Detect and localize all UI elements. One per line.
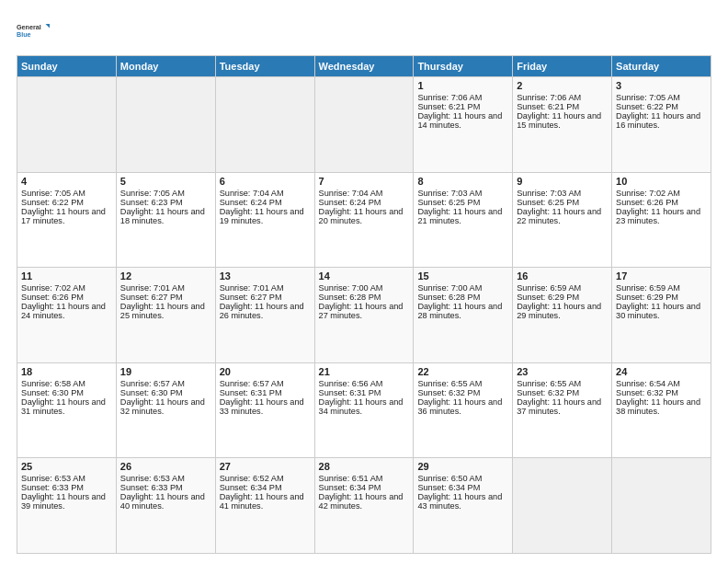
calendar-cell: 16Sunrise: 6:59 AMSunset: 6:29 PMDayligh…: [513, 268, 612, 363]
day-info: Sunset: 6:32 PM: [517, 388, 608, 397]
day-info: Sunrise: 6:58 AM: [21, 379, 112, 388]
calendar-cell: 6Sunrise: 7:04 AMSunset: 6:24 PMDaylight…: [215, 172, 314, 268]
calendar-cell: 12Sunrise: 7:01 AMSunset: 6:27 PMDayligh…: [116, 268, 215, 363]
day-number: 22: [417, 366, 508, 377]
day-info: Sunset: 6:21 PM: [517, 102, 608, 111]
day-info: Sunset: 6:34 PM: [319, 483, 410, 492]
day-number: 1: [417, 80, 508, 91]
day-info: Daylight: 11 hours and 36 minutes.: [417, 397, 508, 416]
day-info: Daylight: 11 hours and 24 minutes.: [21, 302, 112, 320]
day-info: Sunset: 6:34 PM: [220, 483, 311, 492]
calendar-cell: 28Sunrise: 6:51 AMSunset: 6:34 PMDayligh…: [314, 458, 414, 554]
calendar-cell: 3Sunrise: 7:05 AMSunset: 6:22 PMDaylight…: [612, 77, 711, 173]
day-info: Sunset: 6:28 PM: [417, 293, 508, 302]
calendar-cell: 25Sunrise: 6:53 AMSunset: 6:33 PMDayligh…: [17, 458, 117, 554]
day-number: 5: [120, 176, 211, 187]
calendar-cell: 19Sunrise: 6:57 AMSunset: 6:30 PMDayligh…: [116, 362, 215, 458]
day-info: Sunrise: 7:01 AM: [220, 283, 311, 293]
day-number: 2: [517, 80, 608, 91]
calendar-cell: 11Sunrise: 7:02 AMSunset: 6:26 PMDayligh…: [17, 268, 117, 363]
day-number: 4: [21, 176, 112, 187]
day-info: Daylight: 11 hours and 42 minutes.: [319, 492, 410, 511]
day-info: Sunset: 6:34 PM: [417, 483, 508, 492]
day-info: Sunrise: 6:56 AM: [319, 379, 410, 388]
svg-text:Blue: Blue: [17, 30, 31, 39]
day-info: Sunset: 6:27 PM: [220, 293, 311, 302]
day-info: Daylight: 11 hours and 28 minutes.: [417, 302, 508, 320]
day-info: Sunset: 6:26 PM: [616, 198, 707, 207]
col-header-friday: Friday: [513, 56, 612, 77]
day-info: Sunset: 6:23 PM: [120, 198, 211, 207]
day-info: Sunset: 6:32 PM: [417, 388, 508, 397]
day-info: Daylight: 11 hours and 39 minutes.: [21, 492, 112, 511]
day-number: 7: [319, 176, 410, 187]
day-info: Sunrise: 7:04 AM: [220, 189, 311, 198]
day-info: Sunrise: 6:53 AM: [120, 474, 211, 483]
day-info: Sunrise: 7:03 AM: [517, 189, 608, 198]
day-info: Sunset: 6:33 PM: [21, 483, 112, 492]
day-number: 25: [21, 461, 112, 472]
day-info: Sunset: 6:32 PM: [616, 388, 707, 397]
day-info: Daylight: 11 hours and 41 minutes.: [220, 492, 311, 511]
svg-marker-2: [46, 24, 51, 29]
day-info: Daylight: 11 hours and 29 minutes.: [517, 302, 608, 320]
calendar-cell: 20Sunrise: 6:57 AMSunset: 6:31 PMDayligh…: [215, 362, 314, 458]
day-info: Daylight: 11 hours and 32 minutes.: [120, 397, 211, 416]
day-info: Sunrise: 7:00 AM: [319, 283, 410, 293]
day-info: Sunset: 6:30 PM: [120, 388, 211, 397]
day-info: Daylight: 11 hours and 19 minutes.: [220, 207, 311, 225]
day-info: Daylight: 11 hours and 14 minutes.: [417, 111, 508, 130]
calendar-cell: 27Sunrise: 6:52 AMSunset: 6:34 PMDayligh…: [215, 458, 314, 554]
day-info: Sunset: 6:30 PM: [21, 388, 112, 397]
day-info: Daylight: 11 hours and 34 minutes.: [319, 397, 410, 416]
day-info: Sunset: 6:27 PM: [120, 293, 211, 302]
logo-svg: General Blue: [17, 15, 50, 48]
calendar-cell: 22Sunrise: 6:55 AMSunset: 6:32 PMDayligh…: [414, 362, 513, 458]
day-info: Sunrise: 6:51 AM: [319, 474, 410, 483]
col-header-wednesday: Wednesday: [314, 56, 414, 77]
calendar-cell: 2Sunrise: 7:06 AMSunset: 6:21 PMDaylight…: [513, 77, 612, 173]
day-info: Daylight: 11 hours and 37 minutes.: [517, 397, 608, 416]
day-info: Sunset: 6:25 PM: [417, 198, 508, 207]
day-info: Daylight: 11 hours and 16 minutes.: [616, 111, 707, 130]
day-info: Sunset: 6:28 PM: [319, 293, 410, 302]
day-info: Daylight: 11 hours and 21 minutes.: [417, 207, 508, 225]
day-info: Daylight: 11 hours and 22 minutes.: [517, 207, 608, 225]
logo: General Blue: [17, 15, 50, 48]
day-info: Daylight: 11 hours and 20 minutes.: [319, 207, 410, 225]
day-number: 6: [220, 176, 311, 187]
day-info: Sunrise: 7:03 AM: [417, 189, 508, 198]
day-info: Sunrise: 6:53 AM: [21, 474, 112, 483]
day-info: Sunset: 6:22 PM: [21, 198, 112, 207]
day-info: Sunset: 6:31 PM: [220, 388, 311, 397]
day-info: Sunrise: 6:55 AM: [417, 379, 508, 388]
day-info: Sunset: 6:29 PM: [616, 293, 707, 302]
day-info: Daylight: 11 hours and 26 minutes.: [220, 302, 311, 320]
calendar-cell: 17Sunrise: 6:59 AMSunset: 6:29 PMDayligh…: [612, 268, 711, 363]
day-number: 29: [417, 461, 508, 472]
day-info: Sunrise: 6:50 AM: [417, 474, 508, 483]
day-info: Sunrise: 7:04 AM: [319, 189, 410, 198]
calendar-cell: 23Sunrise: 6:55 AMSunset: 6:32 PMDayligh…: [513, 362, 612, 458]
calendar-cell: [612, 458, 711, 554]
day-info: Daylight: 11 hours and 33 minutes.: [220, 397, 311, 416]
day-number: 3: [616, 80, 707, 91]
day-info: Daylight: 11 hours and 30 minutes.: [616, 302, 707, 320]
day-info: Sunrise: 7:06 AM: [517, 93, 608, 102]
day-info: Sunrise: 6:54 AM: [616, 379, 707, 388]
day-info: Sunrise: 7:05 AM: [616, 93, 707, 102]
day-number: 9: [517, 176, 608, 187]
calendar-cell: 13Sunrise: 7:01 AMSunset: 6:27 PMDayligh…: [215, 268, 314, 363]
calendar-cell: 4Sunrise: 7:05 AMSunset: 6:22 PMDaylight…: [17, 172, 117, 268]
day-number: 28: [319, 461, 410, 472]
day-info: Sunrise: 6:52 AM: [220, 474, 311, 483]
calendar-cell: 1Sunrise: 7:06 AMSunset: 6:21 PMDaylight…: [414, 77, 513, 173]
day-info: Sunrise: 6:57 AM: [220, 379, 311, 388]
day-info: Sunrise: 6:59 AM: [517, 283, 608, 293]
day-info: Daylight: 11 hours and 15 minutes.: [517, 111, 608, 130]
calendar-cell: 14Sunrise: 7:00 AMSunset: 6:28 PMDayligh…: [314, 268, 414, 363]
calendar-cell: 5Sunrise: 7:05 AMSunset: 6:23 PMDaylight…: [116, 172, 215, 268]
day-info: Sunset: 6:25 PM: [517, 198, 608, 207]
calendar-cell: 21Sunrise: 6:56 AMSunset: 6:31 PMDayligh…: [314, 362, 414, 458]
col-header-sunday: Sunday: [17, 56, 117, 77]
